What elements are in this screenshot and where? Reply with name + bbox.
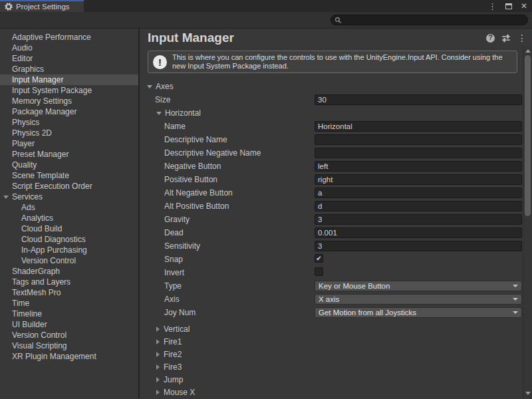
sidebar-item-timeline[interactable]: Timeline (0, 309, 138, 319)
sidebar-item-visual-scripting[interactable]: Visual Scripting (0, 340, 138, 351)
setting-row-vertical[interactable]: Vertical (140, 323, 523, 335)
sidebar-item-label: ShaderGraph (0, 267, 60, 276)
setting-row-horizontal[interactable]: Horizontal (140, 106, 523, 120)
sidebar-item-label: Input System Package (0, 86, 92, 95)
sidebar-item-input-manager[interactable]: Input Manager (0, 74, 138, 85)
field-descriptive-negative-name[interactable] (315, 148, 522, 158)
foldout-open-icon[interactable] (3, 196, 9, 199)
foldout-closed-icon[interactable] (156, 339, 160, 344)
more-icon[interactable]: ⋮ (517, 33, 527, 43)
checkbox-invert[interactable] (315, 267, 323, 276)
field-positive-button[interactable] (315, 174, 522, 185)
close-icon[interactable]: ✕ (521, 2, 527, 10)
foldout-closed-icon[interactable] (156, 352, 160, 357)
sidebar-item-xr-plugin-management[interactable]: XR Plugin Management (0, 351, 138, 362)
sidebar-item-ads[interactable]: Ads (0, 202, 138, 213)
field-alt-positive-button[interactable] (315, 201, 522, 211)
sidebar-item-quality[interactable]: Quality (0, 160, 138, 170)
field-sensitivity[interactable] (315, 241, 522, 251)
sidebar-item-ui-builder[interactable]: UI Builder (0, 319, 138, 330)
setting-label-area: Positive Button (140, 175, 217, 184)
sidebar-item-label: Tags and Layers (0, 277, 70, 287)
presets-icon[interactable] (501, 34, 511, 43)
sidebar-item-physics-2d[interactable]: Physics 2D (0, 128, 138, 138)
sidebar-item-cloud-build[interactable]: Cloud Build (0, 223, 138, 234)
setting-row-fire1[interactable]: Fire1 (140, 335, 523, 348)
sidebar-item-label: Cloud Diagnostics (0, 235, 86, 244)
checkbox-snap[interactable]: ✔ (315, 254, 323, 263)
dropdown-axis[interactable]: X axis (315, 294, 522, 305)
help-icon[interactable]: ? (486, 34, 495, 43)
field-alt-negative-button[interactable] (315, 188, 522, 198)
maximize-icon[interactable] (505, 3, 512, 9)
sidebar-item-time[interactable]: Time (0, 298, 138, 309)
sidebar-item-player[interactable]: Player (0, 138, 138, 149)
dropdown-type[interactable]: Key or Mouse Button (315, 281, 522, 291)
sidebar-item-audio[interactable]: Audio (0, 43, 138, 53)
field-gravity[interactable] (315, 214, 522, 225)
setting-row-mouse-x[interactable]: Mouse X (140, 386, 523, 398)
sidebar-item-in-app-purchasing[interactable]: In-App Purchasing (0, 245, 138, 255)
sidebar-item-version-control[interactable]: Version Control (0, 330, 138, 340)
setting-value (315, 241, 522, 251)
sidebar-item-adaptive-performance[interactable]: Adaptive Performance (0, 32, 138, 43)
setting-label-area: Sensitivity (140, 241, 200, 251)
foldout-closed-icon[interactable] (156, 364, 160, 370)
tab-project-settings[interactable]: Project Settings (0, 0, 84, 12)
setting-row-jump[interactable]: Jump (140, 373, 523, 386)
sidebar-item-scene-template[interactable]: Scene Template (0, 170, 138, 181)
sidebar-item-editor[interactable]: Editor (0, 53, 138, 64)
scroll-down-icon[interactable] (525, 392, 531, 395)
foldout-closed-icon[interactable] (156, 327, 160, 332)
setting-label-area: Mouse X (140, 388, 195, 397)
setting-label: Axes (156, 82, 174, 91)
foldout-open-icon[interactable] (156, 112, 162, 115)
info-box-text: This is where you can configure the cont… (172, 53, 512, 70)
sidebar-item-cloud-diagnostics[interactable]: Cloud Diagnostics (0, 234, 138, 245)
project-settings-body: Adaptive PerformanceAudioEditorGraphicsI… (0, 29, 532, 398)
setting-label-area: Fire3 (140, 362, 182, 372)
field-name[interactable] (315, 121, 522, 132)
dropdown-joy-num[interactable]: Get Motion from all Joysticks (315, 307, 522, 318)
sidebar-item-preset-manager[interactable]: Preset Manager (0, 149, 138, 160)
sidebar-item-physics[interactable]: Physics (0, 117, 138, 128)
setting-label: Alt Positive Button (164, 201, 229, 211)
setting-label-area: Dead (140, 228, 184, 237)
field-dead[interactable] (315, 227, 522, 238)
sidebar-item-graphics[interactable]: Graphics (0, 64, 138, 74)
setting-row-alt-positive-button: Alt Positive Button (140, 200, 523, 213)
sidebar-item-tags-and-layers[interactable]: Tags and Layers (0, 277, 138, 287)
sidebar-item-version-control[interactable]: Version Control (0, 255, 138, 266)
field-negative-button[interactable] (315, 161, 522, 172)
field-size[interactable] (315, 94, 522, 105)
dropdown-value: X axis (319, 295, 339, 303)
setting-value (315, 267, 522, 278)
scrollbar-thumb[interactable] (525, 55, 531, 216)
foldout-closed-icon[interactable] (156, 377, 160, 382)
foldout-open-icon[interactable] (147, 85, 152, 88)
sidebar-item-input-system-package[interactable]: Input System Package (0, 85, 138, 96)
sidebar-item-memory-settings[interactable]: Memory Settings (0, 96, 138, 106)
check-icon: ✔ (316, 255, 321, 262)
setting-row-fire3[interactable]: Fire3 (140, 360, 523, 373)
sidebar-item-services[interactable]: Services (0, 192, 138, 202)
setting-row-sensitivity: Sensitivity (140, 239, 523, 253)
sidebar-item-analytics[interactable]: Analytics (0, 213, 138, 223)
setting-label-area: Descriptive Negative Name (140, 148, 261, 158)
window-menu-icon[interactable]: ⋮ (488, 2, 497, 11)
setting-row-fire2[interactable]: Fire2 (140, 348, 523, 360)
scroll-up-icon[interactable] (525, 49, 531, 53)
foldout-closed-icon[interactable] (156, 390, 160, 395)
sidebar-item-script-execution-order[interactable]: Script Execution Order (0, 181, 138, 192)
search-box[interactable] (331, 15, 528, 25)
setting-label: Fire1 (164, 337, 182, 346)
setting-row-name: Name (140, 120, 523, 133)
search-input[interactable] (344, 16, 524, 24)
setting-label: Vertical (164, 325, 190, 334)
setting-row-axes[interactable]: Axes (140, 80, 523, 93)
sidebar-item-package-manager[interactable]: Package Manager (0, 106, 138, 117)
sidebar-item-shadergraph[interactable]: ShaderGraph (0, 266, 138, 277)
sidebar-item-label: Memory Settings (0, 96, 72, 106)
field-descriptive-name[interactable] (315, 134, 522, 145)
sidebar-item-textmesh-pro[interactable]: TextMesh Pro (0, 287, 138, 298)
